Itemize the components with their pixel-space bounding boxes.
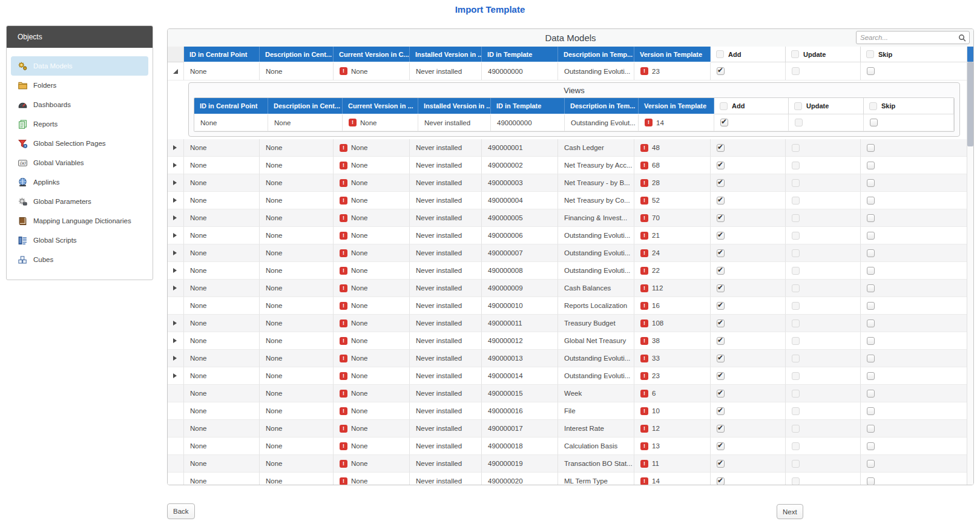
add-checkbox[interactable] [717, 372, 725, 380]
add-checkbox[interactable] [717, 162, 725, 169]
skip-checkbox[interactable] [870, 119, 878, 126]
expand-cell[interactable] [168, 280, 184, 297]
expand-row-icon[interactable] [173, 338, 177, 343]
column-header-description-in-cent[interactable]: Description in Cent... [268, 98, 343, 114]
skip-all-checkbox[interactable] [866, 50, 874, 58]
update-all-checkbox[interactable] [794, 102, 802, 110]
add-checkbox[interactable] [717, 302, 725, 310]
expand-cell[interactable] [168, 332, 184, 350]
vertical-scrollbar[interactable] [967, 47, 973, 485]
skip-checkbox[interactable] [867, 442, 875, 450]
table-row[interactable]: None None !None Never installed 49000002… [168, 473, 973, 485]
column-header-version-in-template[interactable]: Version in Template [639, 98, 714, 114]
expand-row-icon[interactable] [173, 163, 177, 168]
expand-cell[interactable] [168, 420, 184, 437]
update-checkbox[interactable] [792, 197, 800, 205]
expand-cell[interactable] [168, 455, 184, 473]
update-checkbox[interactable] [792, 372, 800, 380]
expand-cell[interactable] [168, 437, 184, 455]
back-button[interactable]: Back [167, 503, 195, 519]
table-row[interactable]: None None !None Never installed 49000001… [168, 350, 973, 367]
add-all-checkbox[interactable] [720, 102, 728, 110]
table-row[interactable]: None None !None Never installed 49000001… [168, 420, 973, 437]
skip-checkbox[interactable] [867, 179, 875, 187]
add-checkbox[interactable] [717, 319, 725, 327]
add-checkbox[interactable] [717, 390, 725, 398]
skip-checkbox[interactable] [867, 197, 875, 205]
add-checkbox[interactable] [717, 460, 725, 468]
expand-row-icon[interactable] [173, 233, 177, 238]
sidebar-item-global-selection-pages[interactable]: Global Selection Pages [11, 134, 148, 153]
sidebar-item-dashboards[interactable]: Dashboards [11, 95, 148, 114]
expand-cell[interactable] [168, 209, 184, 227]
expand-cell[interactable] [168, 174, 184, 192]
table-row[interactable]: None None !None Never installed 49000000… [168, 227, 973, 244]
column-header-description-in-cent[interactable]: Description in Cent... [260, 47, 334, 62]
expand-cell[interactable] [168, 244, 184, 262]
expand-cell[interactable] [168, 350, 184, 367]
skip-checkbox[interactable] [867, 337, 875, 345]
sidebar-item-reports[interactable]: Reports [11, 114, 148, 134]
add-checkbox[interactable] [717, 407, 725, 415]
update-checkbox[interactable] [792, 162, 800, 169]
add-checkbox[interactable] [717, 67, 725, 75]
add-checkbox[interactable] [717, 355, 725, 362]
add-checkbox[interactable] [717, 179, 725, 187]
update-checkbox[interactable] [795, 119, 803, 126]
update-checkbox[interactable] [792, 284, 800, 292]
skip-checkbox[interactable] [867, 284, 875, 292]
skip-checkbox[interactable] [867, 460, 875, 468]
expand-row-icon[interactable] [173, 356, 177, 361]
table-row[interactable]: None None !None Never installed 49000000… [168, 280, 973, 297]
column-header-id-in-template[interactable]: ID in Template [491, 98, 565, 114]
table-row[interactable]: None None !None Never installed 49000001… [168, 332, 973, 350]
add-checkbox[interactable] [717, 267, 725, 275]
add-checkbox[interactable] [717, 232, 725, 240]
skip-checkbox[interactable] [867, 249, 875, 257]
expand-row-icon[interactable] [173, 145, 177, 150]
table-row[interactable]: None None !None Never installed 49000000… [168, 244, 973, 262]
update-checkbox[interactable] [792, 425, 800, 433]
update-checkbox[interactable] [792, 232, 800, 240]
skip-checkbox[interactable] [867, 390, 875, 398]
column-header-description-in-tem[interactable]: Description in Tem... [565, 98, 639, 114]
expand-row-icon[interactable] [173, 215, 177, 220]
update-checkbox[interactable] [792, 267, 800, 275]
update-checkbox[interactable] [792, 214, 800, 222]
skip-checkbox[interactable] [867, 477, 875, 485]
skip-checkbox[interactable] [867, 67, 875, 75]
expand-row-icon[interactable] [173, 198, 177, 203]
update-checkbox[interactable] [792, 442, 800, 450]
table-row[interactable]: None None !None Never installed 49000000… [168, 157, 973, 174]
add-checkbox[interactable] [717, 425, 725, 433]
expand-cell[interactable] [168, 385, 184, 402]
update-checkbox[interactable] [792, 302, 800, 310]
column-header-installed-version-in[interactable]: Installed Version in ... [410, 47, 482, 62]
update-checkbox[interactable] [792, 407, 800, 415]
search-icon[interactable] [958, 33, 967, 42]
sidebar-item-global-parameters[interactable]: Global Parameters [11, 192, 148, 211]
skip-checkbox[interactable] [867, 267, 875, 275]
table-row[interactable]: None None !None Never installed 49000000… [168, 174, 973, 192]
add-checkbox[interactable] [717, 144, 725, 152]
update-checkbox[interactable] [792, 460, 800, 468]
column-header-installed-version-in[interactable]: Installed Version in ... [418, 98, 491, 114]
search-input[interactable] [857, 34, 958, 41]
add-checkbox[interactable] [717, 197, 725, 205]
add-checkbox[interactable] [717, 249, 725, 257]
sidebar-item-folders[interactable]: Folders [11, 76, 148, 95]
skip-checkbox[interactable] [867, 232, 875, 240]
column-header-id-in-central-point[interactable]: ID in Central Point [184, 47, 260, 62]
column-header-id-in-template[interactable]: ID in Template [482, 47, 558, 62]
column-header-update[interactable]: Update [789, 98, 864, 114]
expand-row-icon[interactable] [173, 286, 177, 290]
expand-cell[interactable] [168, 227, 184, 244]
skip-checkbox[interactable] [867, 144, 875, 152]
add-checkbox[interactable] [717, 337, 725, 345]
add-checkbox[interactable] [717, 284, 725, 292]
column-header-version-in-template[interactable]: Version in Template [634, 47, 711, 62]
skip-checkbox[interactable] [867, 372, 875, 380]
table-row[interactable]: None None !None Never installed 49000001… [168, 455, 973, 473]
skip-checkbox[interactable] [867, 319, 875, 327]
expand-cell[interactable] [168, 262, 184, 280]
